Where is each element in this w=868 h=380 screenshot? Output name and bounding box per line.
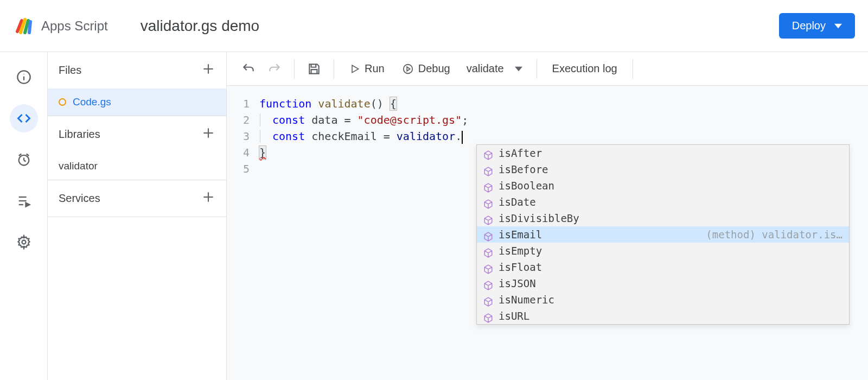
files-label: Files	[59, 64, 81, 77]
autocomplete-item[interactable]: isEmpty	[477, 243, 849, 259]
editor-toolbar: Run Debug validate Execution log	[227, 52, 868, 86]
autocomplete-item[interactable]: isBefore	[477, 161, 849, 178]
redo-button[interactable]	[264, 58, 285, 80]
libraries-label: Libraries	[59, 128, 100, 141]
method-icon	[483, 213, 493, 223]
autocomplete-item[interactable]: isBoolean	[477, 178, 849, 194]
execution-log-button[interactable]: Execution log	[546, 58, 624, 79]
add-service-button[interactable]	[201, 190, 215, 207]
debug-label: Debug	[418, 62, 450, 75]
method-icon	[483, 295, 493, 305]
autocomplete-item[interactable]: isFloat	[477, 259, 849, 275]
library-item-validator[interactable]: validator	[48, 153, 226, 180]
function-selector[interactable]: validate	[461, 62, 528, 75]
services-label: Services	[59, 192, 100, 205]
autocomplete-item[interactable]: isNumeric	[477, 292, 849, 308]
sidebar-services-section: Services	[48, 180, 226, 217]
code-editor[interactable]: 1 2 3 4 5 function validate() { const da…	[227, 86, 868, 380]
plus-icon	[201, 126, 215, 140]
plus-icon	[201, 62, 215, 76]
autocomplete-label: isBefore	[499, 161, 548, 178]
autocomplete-item[interactable]: isDate	[477, 194, 849, 210]
svg-marker-21	[407, 67, 410, 71]
code-line-1[interactable]: function validate() {	[259, 96, 868, 112]
code-line-3[interactable]: const checkEmail = validator.	[259, 128, 868, 144]
toolbar-divider	[633, 59, 633, 79]
debug-icon	[402, 63, 414, 75]
add-file-button[interactable]	[201, 62, 215, 79]
redo-icon	[267, 62, 282, 76]
method-icon	[483, 311, 493, 321]
app-name: Apps Script	[41, 18, 108, 34]
autocomplete-label: isFloat	[499, 259, 542, 275]
toolbar-divider	[294, 59, 295, 79]
autocomplete-label: isJSON	[499, 275, 536, 292]
apps-script-logo-icon	[13, 15, 35, 37]
autocomplete-label: isDate	[499, 194, 536, 210]
code-content[interactable]: function validate() { const data = "code…	[259, 96, 868, 380]
line-gutter: 1 2 3 4 5	[227, 96, 259, 380]
line-number: 1	[227, 96, 250, 112]
autocomplete-label: isAfter	[499, 145, 542, 161]
svg-marker-19	[352, 65, 359, 72]
line-number: 2	[227, 112, 250, 128]
autocomplete-item[interactable]: isAfter	[477, 145, 849, 161]
toolbar-divider	[537, 59, 537, 79]
unsaved-indicator-icon	[59, 98, 66, 106]
autocomplete-item[interactable]: isDivisibleBy	[477, 210, 849, 226]
autocomplete-label: isURL	[499, 308, 529, 324]
file-name: Code.gs	[73, 96, 111, 108]
sidebar-libraries-header: Libraries	[48, 116, 226, 153]
function-selected: validate	[467, 62, 504, 75]
autocomplete-item[interactable]: isJSON	[477, 275, 849, 292]
autocomplete-label: isEmpty	[499, 243, 542, 259]
logo-wrap: Apps Script	[13, 15, 108, 37]
method-icon	[483, 181, 493, 191]
line-number: 5	[227, 161, 250, 177]
svg-line-5	[24, 160, 26, 161]
project-title[interactable]: validator.gs demo	[141, 17, 259, 35]
rail-triggers[interactable]	[10, 145, 38, 174]
plus-icon	[201, 190, 215, 204]
rail-overview[interactable]	[10, 63, 38, 91]
method-icon	[483, 246, 493, 256]
chevron-down-icon	[515, 65, 522, 73]
autocomplete-popup: isAfterisBeforeisBooleanisDateisDivisibl…	[476, 144, 850, 325]
rail-editor[interactable]	[10, 104, 38, 132]
method-icon	[483, 148, 493, 158]
rail-settings[interactable]	[10, 228, 38, 256]
autocomplete-label: isNumeric	[499, 292, 554, 308]
execution-log-label: Execution log	[552, 62, 617, 75]
add-library-button[interactable]	[201, 126, 215, 143]
autocomplete-label: isBoolean	[499, 178, 554, 194]
method-icon	[483, 278, 493, 288]
autocomplete-item[interactable]: isEmail(method) validator.is…	[477, 226, 849, 243]
deploy-label: Deploy	[792, 20, 826, 32]
deploy-button[interactable]: Deploy	[779, 13, 855, 39]
app-header: Apps Script validator.gs demo Deploy	[0, 0, 868, 52]
autocomplete-detail: (method) validator.is…	[706, 226, 843, 243]
undo-icon	[241, 62, 256, 76]
sidebar: Files Code.gs Libraries validator	[48, 52, 227, 380]
chevron-down-icon	[834, 22, 842, 30]
autocomplete-label: isEmail	[499, 226, 542, 243]
line-number: 4	[227, 144, 250, 161]
debug-button[interactable]: Debug	[395, 58, 457, 79]
rail-executions[interactable]	[10, 187, 38, 215]
editor-area: Run Debug validate Execution log 1 2 3 4	[227, 52, 868, 380]
sidebar-files-section: Files Code.gs	[48, 52, 226, 116]
line-number: 3	[227, 128, 250, 144]
toolbar-divider	[334, 59, 334, 79]
run-button[interactable]: Run	[343, 58, 391, 79]
code-line-2[interactable]: const data = "code@script.gs";	[259, 112, 868, 128]
undo-button[interactable]	[238, 58, 259, 80]
method-icon	[483, 164, 493, 174]
file-item-code-gs[interactable]: Code.gs	[48, 88, 226, 116]
method-icon	[483, 197, 493, 207]
method-icon	[483, 230, 493, 239]
sidebar-services-header: Services	[48, 180, 226, 217]
autocomplete-item[interactable]: isURL	[477, 308, 849, 324]
autocomplete-label: isDivisibleBy	[499, 210, 579, 226]
main-layout: Files Code.gs Libraries validator	[0, 52, 868, 380]
save-button[interactable]	[303, 58, 325, 80]
